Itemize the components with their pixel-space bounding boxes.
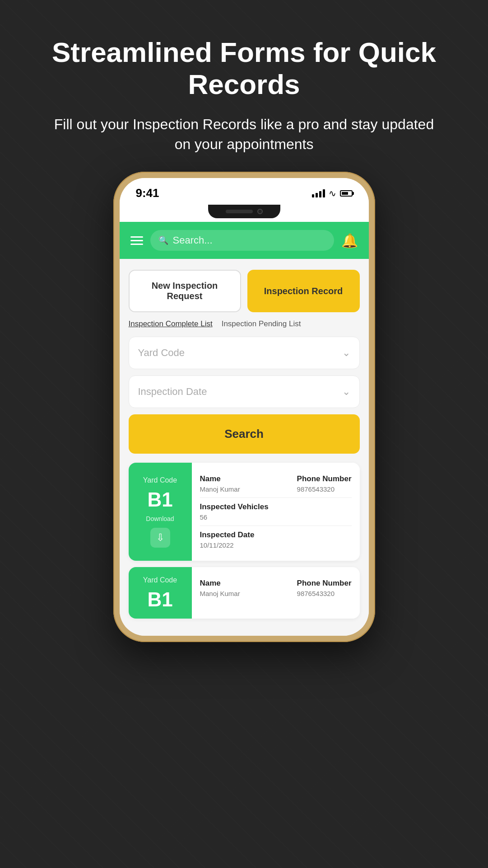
phone-frame: 9:41 ∿ — [113, 172, 375, 642]
inspection-date-label: Inspection Date — [138, 386, 207, 398]
name-phone-row-2: Name Manoj Kumar Phone Number 9876543320 — [200, 574, 352, 602]
status-bar: 9:41 ∿ — [120, 178, 369, 205]
hamburger-line-1 — [130, 236, 143, 238]
phone-label: Phone Number — [297, 474, 352, 483]
inspection-date-dropdown[interactable]: Inspection Date ⌄ — [129, 375, 360, 408]
search-placeholder: Search... — [173, 235, 213, 246]
name-label-2: Name — [200, 579, 240, 588]
vehicles-label: Inspected Vehicles — [200, 502, 269, 511]
search-bar[interactable]: 🔍 Search... — [150, 230, 334, 251]
hamburger-line-3 — [130, 244, 143, 245]
bar3 — [319, 191, 321, 197]
search-icon: 🔍 — [158, 235, 168, 245]
name-field: Name Manoj Kumar — [200, 474, 240, 493]
app-content: New Inspection Request Inspection Record… — [120, 259, 369, 636]
record-card: Yard Code B1 Download ⇩ Name Manoj Kumar — [129, 463, 360, 561]
notch-area — [120, 205, 369, 222]
notification-bell[interactable]: 🔔 — [341, 233, 358, 249]
vehicles-value: 56 — [200, 513, 269, 521]
notch — [208, 205, 280, 218]
bar2 — [316, 193, 318, 197]
phone-screen: 9:41 ∿ — [120, 178, 369, 636]
yard-code-left-label-2: Yard Code — [143, 576, 177, 584]
bar1 — [312, 194, 314, 197]
search-button[interactable]: Search — [129, 414, 360, 454]
sub-tabs: Inspection Complete List Inspection Pend… — [129, 319, 360, 328]
status-icons: ∿ — [312, 188, 353, 199]
tab-row: New Inspection Request Inspection Record — [129, 270, 360, 312]
name-phone-row: Name Manoj Kumar Phone Number 9876543320 — [200, 470, 352, 498]
inspected-date-field: Inspected Date 10/11/2022 — [200, 530, 255, 549]
name-value-2: Manoj Kumar — [200, 590, 240, 597]
tab-new-inspection[interactable]: New Inspection Request — [129, 270, 241, 312]
hamburger-menu[interactable] — [130, 236, 143, 245]
vehicles-row: Inspected Vehicles 56 — [200, 498, 352, 526]
hero-subtitle: Fill out your Inspection Records like a … — [0, 101, 488, 155]
app-header: 🔍 Search... 🔔 — [120, 222, 369, 259]
sub-tab-pending[interactable]: Inspection Pending List — [222, 319, 301, 328]
chevron-down-icon-2: ⌄ — [342, 386, 350, 398]
yard-code-label: Yard Code — [138, 347, 185, 359]
sub-tab-complete[interactable]: Inspection Complete List — [129, 319, 213, 328]
battery-icon — [340, 190, 353, 197]
hamburger-line-2 — [130, 240, 143, 241]
inspected-date-value: 10/11/2022 — [200, 541, 255, 549]
card-right-panel-2: Name Manoj Kumar Phone Number 9876543320 — [192, 567, 360, 619]
vehicles-field: Inspected Vehicles 56 — [200, 502, 269, 521]
name-label: Name — [200, 474, 240, 483]
wifi-icon: ∿ — [329, 188, 336, 199]
download-label: Download — [146, 515, 174, 522]
hero-section: Streamlined Forms for Quick Records Fill… — [0, 0, 488, 155]
notch-speaker — [226, 210, 253, 213]
phone-field: Phone Number 9876543320 — [297, 474, 352, 493]
yard-code-value: B1 — [147, 490, 172, 510]
card-left-panel-2: Yard Code B1 — [129, 567, 192, 619]
phone-value: 9876543320 — [297, 485, 352, 493]
tab-inspection-record[interactable]: Inspection Record — [247, 270, 360, 312]
inspected-date-label: Inspected Date — [200, 530, 255, 540]
phone-label-2: Phone Number — [297, 579, 352, 588]
yard-code-dropdown[interactable]: Yard Code ⌄ — [129, 337, 360, 369]
chevron-down-icon: ⌄ — [342, 347, 350, 359]
card-right-panel: Name Manoj Kumar Phone Number 9876543320… — [192, 463, 360, 561]
date-row: Inspected Date 10/11/2022 — [200, 526, 352, 554]
record-card-2: Yard Code B1 Name Manoj Kumar Phone Numb… — [129, 567, 360, 619]
yard-code-value-2: B1 — [147, 590, 172, 610]
notch-camera — [257, 209, 263, 214]
download-button[interactable]: ⇩ — [150, 528, 170, 548]
yard-code-left-label: Yard Code — [143, 476, 177, 484]
bar4 — [323, 189, 325, 197]
phone-field-2: Phone Number 9876543320 — [297, 579, 352, 597]
battery-fill — [342, 192, 348, 195]
hero-title: Streamlined Forms for Quick Records — [0, 36, 488, 101]
phone-outer: 9:41 ∿ — [113, 172, 375, 642]
signal-icon — [312, 189, 325, 197]
name-field-2: Name Manoj Kumar — [200, 579, 240, 597]
phone-value-2: 9876543320 — [297, 590, 352, 597]
name-value: Manoj Kumar — [200, 485, 240, 493]
status-time: 9:41 — [136, 186, 159, 200]
card-left-panel: Yard Code B1 Download ⇩ — [129, 463, 192, 561]
